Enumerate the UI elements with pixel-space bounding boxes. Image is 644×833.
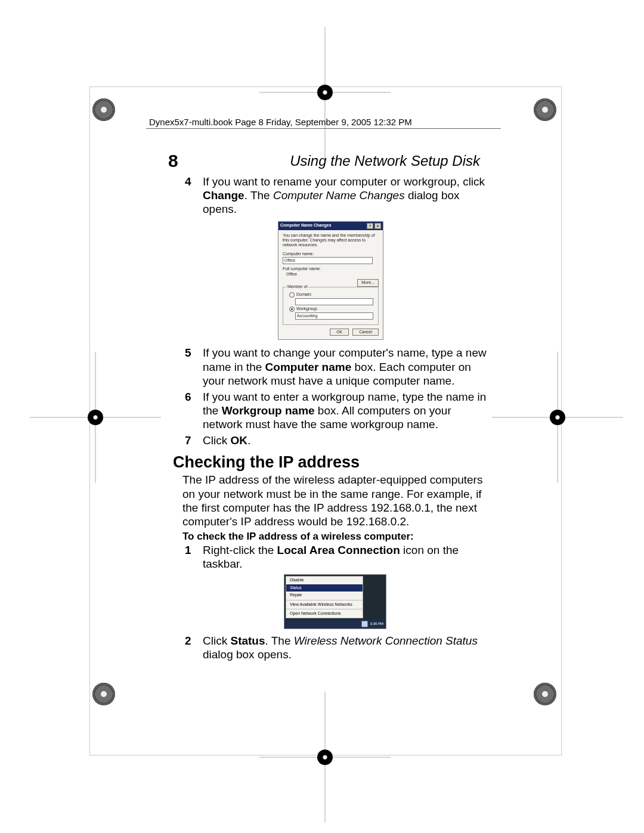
close-icon[interactable]: X	[374, 223, 381, 229]
step-4: 4 If you want to rename your computer or…	[173, 175, 492, 340]
domain-radio[interactable]: Domain:	[289, 292, 374, 298]
step-text: If you want to change your computer's na…	[203, 346, 487, 386]
running-header: Dynex5x7-multi.book Page 8 Friday, Septe…	[149, 117, 412, 127]
step-text: If you want to enter a workgroup name, t…	[203, 391, 486, 431]
step-5: 5 If you want to change your computer's …	[173, 346, 492, 388]
workgroup-field[interactable]: Accounting	[295, 312, 373, 320]
step-number: 7	[185, 433, 191, 447]
section-heading: Checking the IP address	[173, 453, 492, 472]
step-number: 1	[185, 543, 191, 557]
full-computer-name-label: Full computer name:	[283, 267, 379, 272]
step-1: 1 Right-click the Local Area Connection …	[173, 543, 492, 629]
step-number: 2	[185, 634, 191, 648]
page-content: 4 If you want to rename your computer or…	[173, 175, 492, 664]
domain-field[interactable]	[295, 298, 373, 305]
crop-mark-icon	[307, 739, 343, 775]
computer-name-label: Computer name:	[283, 252, 379, 257]
step-2: 2 Click Status. The Wireless Network Con…	[173, 634, 492, 661]
ok-button[interactable]: OK	[330, 329, 349, 336]
step-6: 6 If you want to enter a workgroup name,…	[173, 390, 492, 432]
procedure-title: To check the IP address of a wireless co…	[173, 531, 492, 543]
step-number: 4	[185, 175, 191, 188]
step-text: Click Status. The Wireless Network Conne…	[203, 634, 478, 661]
crop-mark-icon	[307, 75, 343, 110]
dialog-description: You can change the name and the membersh…	[283, 233, 379, 248]
menu-item-repair[interactable]: Repair	[286, 592, 363, 599]
menu-item-status[interactable]: Status	[286, 584, 363, 592]
page-title: Using the Network Setup Disk	[290, 153, 480, 169]
network-icon[interactable]	[361, 621, 368, 627]
computer-name-field[interactable]: Office	[283, 257, 373, 264]
menu-item-view-networks[interactable]: View Available Wireless Networks	[286, 601, 363, 609]
step-text: If you want to rename your computer or w…	[203, 175, 485, 215]
crop-mark-icon	[78, 400, 113, 435]
step-text: Click OK.	[203, 434, 250, 447]
section-paragraph: The IP address of the wireless adapter-e…	[173, 473, 492, 528]
member-of-legend: Member of	[286, 284, 308, 290]
menu-separator	[286, 609, 363, 609]
taskbar-context-menu: Disable Status Repair View Available Wir…	[284, 574, 386, 629]
menu-separator	[286, 600, 363, 600]
taskbar-clock: 3:35 PM	[370, 622, 383, 626]
registration-mark-icon	[534, 683, 556, 705]
full-computer-name-value: Office	[283, 272, 379, 277]
menu-item-disable[interactable]: Disable	[286, 577, 363, 584]
page-number: 8	[168, 151, 178, 171]
header-rule	[146, 128, 501, 129]
help-icon[interactable]: ?	[367, 223, 373, 229]
computer-name-changes-dialog: Computer Name Changes ? X You can change…	[278, 221, 383, 340]
step-7: 7 Click OK.	[173, 433, 492, 447]
more-button[interactable]: More...	[357, 279, 379, 287]
registration-mark-icon	[92, 98, 115, 121]
registration-mark-icon	[92, 683, 115, 705]
step-text: Right-click the Local Area Connection ic…	[203, 544, 459, 570]
crop-mark-icon	[540, 400, 575, 435]
step-number: 6	[185, 390, 191, 404]
cancel-button[interactable]: Cancel	[352, 329, 379, 336]
menu-item-open-connections[interactable]: Open Network Connections	[286, 610, 363, 618]
dialog-titlebar: Computer Name Changes ? X	[278, 222, 383, 230]
step-number: 5	[185, 346, 191, 360]
workgroup-radio[interactable]: Workgroup:	[289, 306, 374, 312]
dialog-title: Computer Name Changes	[280, 223, 332, 229]
registration-mark-icon	[534, 98, 556, 121]
